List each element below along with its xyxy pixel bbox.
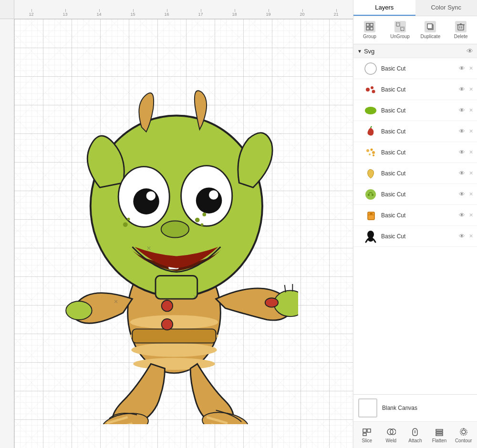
ruler-mark-17: 17 <box>184 12 218 17</box>
layer-x-8[interactable]: ✕ <box>469 212 473 218</box>
ruler-corner <box>0 0 14 19</box>
panel-tabs: Layers Color Sync <box>353 0 477 16</box>
svg-point-52 <box>366 88 370 92</box>
svg-rect-72 <box>363 429 366 432</box>
svg-rect-21 <box>156 275 197 299</box>
svg-point-62 <box>365 189 376 200</box>
svg-point-27 <box>209 190 218 199</box>
contour-button[interactable]: Contour <box>452 425 475 445</box>
tab-layers[interactable]: Layers <box>353 0 415 16</box>
group-button[interactable]: Group <box>355 19 384 41</box>
ruler-mark-13: 13 <box>48 12 82 17</box>
weld-icon <box>386 427 396 437</box>
ruler-mark-18: 18 <box>218 12 251 17</box>
layer-eye-4[interactable]: 👁 <box>459 128 465 135</box>
duplicate-button[interactable]: Duplicate <box>416 19 445 41</box>
layer-item-6[interactable]: Basic Cut 👁 ✕ <box>353 163 477 184</box>
svg-point-63 <box>368 194 370 196</box>
attach-button[interactable]: Attach <box>404 425 427 445</box>
layer-item-4[interactable]: Basic Cut 👁 ✕ <box>353 121 477 142</box>
svg-rect-40 <box>366 27 369 30</box>
svg-point-25 <box>196 187 222 214</box>
flatten-icon <box>434 427 445 437</box>
svg-rect-41 <box>370 27 373 30</box>
ruler-mark-12: 12 <box>14 12 48 17</box>
svg-rect-45 <box>427 24 432 29</box>
bottom-toolbar: Slice Weld <box>353 422 477 448</box>
layer-item-5[interactable]: Basic Cut 👁 ✕ <box>353 142 477 163</box>
weld-label: Weld <box>386 438 397 443</box>
contour-label: Contour <box>455 438 472 443</box>
layer-x-1[interactable]: ✕ <box>469 65 473 71</box>
svg-point-8 <box>66 301 92 320</box>
svg-line-70 <box>366 239 368 242</box>
layer-eye-6[interactable]: 👁 <box>459 170 465 177</box>
svg-rect-73 <box>367 429 371 432</box>
ruler-mark-14: 14 <box>82 12 116 17</box>
character-container: ✕ ✕ ✕ <box>14 19 353 448</box>
layer-thumbnail-8 <box>363 208 378 223</box>
svg-point-61 <box>373 154 374 156</box>
svg-point-33 <box>127 218 130 221</box>
layer-eye-3[interactable]: 👁 <box>459 107 465 114</box>
layer-eye-9[interactable]: 👁 <box>459 233 465 240</box>
ungroup-label: UnGroup <box>390 34 410 39</box>
weld-button[interactable]: Weld <box>380 425 403 445</box>
layer-x-2[interactable]: ✕ <box>469 86 473 92</box>
layer-label-9: Basic Cut <box>381 233 456 240</box>
layer-x-3[interactable]: ✕ <box>469 107 473 113</box>
layer-eye-2[interactable]: 👁 <box>459 86 465 93</box>
layer-eye-8[interactable]: 👁 <box>459 212 465 219</box>
svg-point-64 <box>372 194 373 196</box>
delete-button[interactable]: Delete <box>446 19 475 41</box>
layer-thumbnail-9 <box>363 229 378 244</box>
group-eye-icon[interactable]: 👁 <box>467 47 473 55</box>
character-svg: ✕ ✕ ✕ <box>50 71 298 424</box>
layer-item-7[interactable]: Basic Cut 👁 ✕ <box>353 184 477 205</box>
slice-label: Slice <box>362 438 372 443</box>
layer-x-4[interactable]: ✕ <box>469 128 473 134</box>
flatten-label: Flatten <box>432 438 447 443</box>
svg-rect-38 <box>366 23 369 26</box>
ruler-marks: 12 13 14 15 16 17 18 19 20 21 <box>0 0 353 19</box>
layer-item-1[interactable]: Basic Cut 👁 ✕ <box>353 58 477 79</box>
flatten-button[interactable]: Flatten <box>428 425 451 445</box>
svg-point-29 <box>195 218 200 223</box>
delete-label: Delete <box>454 34 468 39</box>
layer-x-5[interactable]: ✕ <box>469 149 473 155</box>
layer-x-6[interactable]: ✕ <box>469 170 473 176</box>
blank-canvas-row[interactable]: Blank Canvas <box>353 395 477 422</box>
svg-rect-42 <box>396 23 400 26</box>
svg-point-28 <box>161 221 189 238</box>
tab-color-sync[interactable]: Color Sync <box>415 0 477 16</box>
svg-point-51 <box>365 63 376 74</box>
svg-rect-43 <box>401 27 404 31</box>
layer-group-header[interactable]: ▼ Svg 👁 <box>353 44 477 58</box>
layer-label-5: Basic Cut <box>381 149 456 156</box>
layer-item-3[interactable]: Basic Cut 👁 ✕ <box>353 100 477 121</box>
ruler-mark-20: 20 <box>285 12 319 17</box>
blank-canvas-thumbnail <box>358 398 377 417</box>
app-container: 12 13 14 15 16 17 18 19 20 21 <box>0 0 477 448</box>
layer-x-7[interactable]: ✕ <box>469 191 473 197</box>
svg-rect-39 <box>370 23 373 26</box>
svg-line-56 <box>371 126 372 128</box>
layer-item-9[interactable]: Basic Cut 👁 ✕ <box>353 226 477 247</box>
layer-label-3: Basic Cut <box>381 107 456 114</box>
group-name-label: Svg <box>364 48 465 55</box>
layer-eye-7[interactable]: 👁 <box>459 191 465 198</box>
layer-item-2[interactable]: Basic Cut 👁 ✕ <box>353 79 477 100</box>
layer-item-8[interactable]: Basic Cut 👁 ✕ <box>353 205 477 226</box>
svg-point-69 <box>368 237 373 242</box>
svg-point-55 <box>365 107 376 114</box>
ungroup-icon <box>394 21 406 32</box>
svg-point-3 <box>131 343 217 357</box>
layer-x-9[interactable]: ✕ <box>469 233 473 239</box>
svg-point-32 <box>123 222 128 227</box>
layer-eye-5[interactable]: 👁 <box>459 149 465 156</box>
layers-list: ▼ Svg 👁 Basic Cut 👁 ✕ <box>353 44 477 394</box>
ungroup-button[interactable]: UnGroup <box>386 19 415 41</box>
slice-button[interactable]: Slice <box>355 425 379 445</box>
svg-point-31 <box>201 223 204 226</box>
layer-eye-1[interactable]: 👁 <box>459 65 465 72</box>
